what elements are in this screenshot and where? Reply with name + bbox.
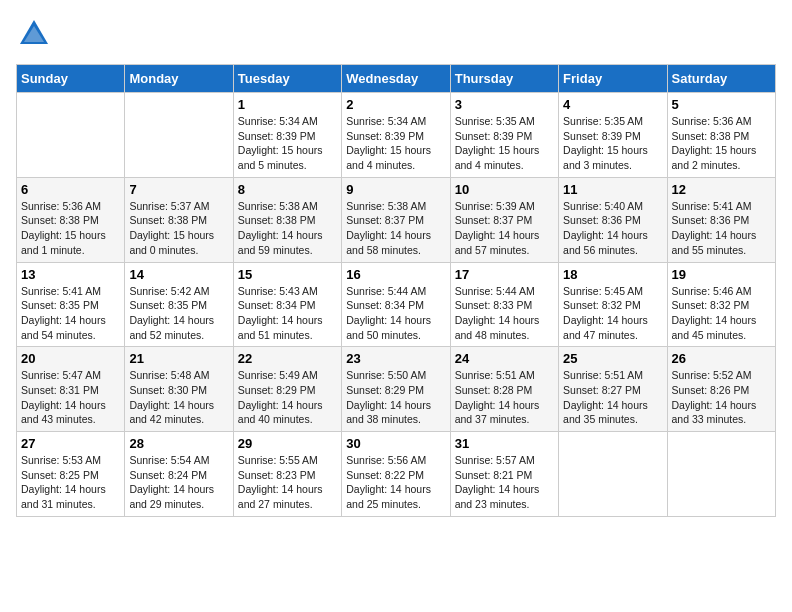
day-number: 14 — [129, 267, 228, 282]
calendar-cell: 27Sunrise: 5:53 AM Sunset: 8:25 PM Dayli… — [17, 432, 125, 517]
calendar-cell: 3Sunrise: 5:35 AM Sunset: 8:39 PM Daylig… — [450, 93, 558, 178]
day-number: 30 — [346, 436, 445, 451]
day-number: 28 — [129, 436, 228, 451]
calendar-header-thursday: Thursday — [450, 65, 558, 93]
day-number: 6 — [21, 182, 120, 197]
calendar-cell: 9Sunrise: 5:38 AM Sunset: 8:37 PM Daylig… — [342, 177, 450, 262]
calendar-cell — [667, 432, 775, 517]
calendar-cell: 15Sunrise: 5:43 AM Sunset: 8:34 PM Dayli… — [233, 262, 341, 347]
day-number: 2 — [346, 97, 445, 112]
day-info: Sunrise: 5:54 AM Sunset: 8:24 PM Dayligh… — [129, 453, 228, 512]
calendar-cell: 7Sunrise: 5:37 AM Sunset: 8:38 PM Daylig… — [125, 177, 233, 262]
calendar-cell: 17Sunrise: 5:44 AM Sunset: 8:33 PM Dayli… — [450, 262, 558, 347]
day-info: Sunrise: 5:41 AM Sunset: 8:35 PM Dayligh… — [21, 284, 120, 343]
day-info: Sunrise: 5:36 AM Sunset: 8:38 PM Dayligh… — [672, 114, 771, 173]
day-number: 20 — [21, 351, 120, 366]
day-info: Sunrise: 5:44 AM Sunset: 8:33 PM Dayligh… — [455, 284, 554, 343]
day-info: Sunrise: 5:40 AM Sunset: 8:36 PM Dayligh… — [563, 199, 662, 258]
day-number: 16 — [346, 267, 445, 282]
calendar-cell: 8Sunrise: 5:38 AM Sunset: 8:38 PM Daylig… — [233, 177, 341, 262]
day-info: Sunrise: 5:48 AM Sunset: 8:30 PM Dayligh… — [129, 368, 228, 427]
day-info: Sunrise: 5:51 AM Sunset: 8:28 PM Dayligh… — [455, 368, 554, 427]
calendar-header-monday: Monday — [125, 65, 233, 93]
day-info: Sunrise: 5:42 AM Sunset: 8:35 PM Dayligh… — [129, 284, 228, 343]
day-info: Sunrise: 5:39 AM Sunset: 8:37 PM Dayligh… — [455, 199, 554, 258]
calendar-table: SundayMondayTuesdayWednesdayThursdayFrid… — [16, 64, 776, 517]
day-info: Sunrise: 5:47 AM Sunset: 8:31 PM Dayligh… — [21, 368, 120, 427]
day-info: Sunrise: 5:49 AM Sunset: 8:29 PM Dayligh… — [238, 368, 337, 427]
day-info: Sunrise: 5:38 AM Sunset: 8:37 PM Dayligh… — [346, 199, 445, 258]
day-number: 19 — [672, 267, 771, 282]
logo-icon — [16, 16, 52, 52]
calendar-header-tuesday: Tuesday — [233, 65, 341, 93]
calendar-cell: 5Sunrise: 5:36 AM Sunset: 8:38 PM Daylig… — [667, 93, 775, 178]
day-number: 8 — [238, 182, 337, 197]
calendar-header-sunday: Sunday — [17, 65, 125, 93]
day-info: Sunrise: 5:53 AM Sunset: 8:25 PM Dayligh… — [21, 453, 120, 512]
calendar-cell: 11Sunrise: 5:40 AM Sunset: 8:36 PM Dayli… — [559, 177, 667, 262]
calendar-cell: 26Sunrise: 5:52 AM Sunset: 8:26 PM Dayli… — [667, 347, 775, 432]
day-info: Sunrise: 5:41 AM Sunset: 8:36 PM Dayligh… — [672, 199, 771, 258]
day-number: 12 — [672, 182, 771, 197]
day-number: 24 — [455, 351, 554, 366]
day-info: Sunrise: 5:50 AM Sunset: 8:29 PM Dayligh… — [346, 368, 445, 427]
day-number: 25 — [563, 351, 662, 366]
day-info: Sunrise: 5:34 AM Sunset: 8:39 PM Dayligh… — [346, 114, 445, 173]
day-number: 11 — [563, 182, 662, 197]
day-number: 31 — [455, 436, 554, 451]
day-info: Sunrise: 5:56 AM Sunset: 8:22 PM Dayligh… — [346, 453, 445, 512]
calendar-cell: 20Sunrise: 5:47 AM Sunset: 8:31 PM Dayli… — [17, 347, 125, 432]
day-info: Sunrise: 5:57 AM Sunset: 8:21 PM Dayligh… — [455, 453, 554, 512]
calendar-week-row: 13Sunrise: 5:41 AM Sunset: 8:35 PM Dayli… — [17, 262, 776, 347]
day-info: Sunrise: 5:34 AM Sunset: 8:39 PM Dayligh… — [238, 114, 337, 173]
day-info: Sunrise: 5:52 AM Sunset: 8:26 PM Dayligh… — [672, 368, 771, 427]
calendar-cell: 13Sunrise: 5:41 AM Sunset: 8:35 PM Dayli… — [17, 262, 125, 347]
day-number: 29 — [238, 436, 337, 451]
calendar-cell: 10Sunrise: 5:39 AM Sunset: 8:37 PM Dayli… — [450, 177, 558, 262]
calendar-header-row: SundayMondayTuesdayWednesdayThursdayFrid… — [17, 65, 776, 93]
calendar-header-saturday: Saturday — [667, 65, 775, 93]
calendar-cell: 14Sunrise: 5:42 AM Sunset: 8:35 PM Dayli… — [125, 262, 233, 347]
day-info: Sunrise: 5:43 AM Sunset: 8:34 PM Dayligh… — [238, 284, 337, 343]
day-number: 15 — [238, 267, 337, 282]
calendar-cell: 1Sunrise: 5:34 AM Sunset: 8:39 PM Daylig… — [233, 93, 341, 178]
calendar-header-wednesday: Wednesday — [342, 65, 450, 93]
calendar-cell: 16Sunrise: 5:44 AM Sunset: 8:34 PM Dayli… — [342, 262, 450, 347]
calendar-cell: 31Sunrise: 5:57 AM Sunset: 8:21 PM Dayli… — [450, 432, 558, 517]
calendar-cell — [17, 93, 125, 178]
day-number: 22 — [238, 351, 337, 366]
day-info: Sunrise: 5:35 AM Sunset: 8:39 PM Dayligh… — [563, 114, 662, 173]
calendar-cell: 18Sunrise: 5:45 AM Sunset: 8:32 PM Dayli… — [559, 262, 667, 347]
day-number: 4 — [563, 97, 662, 112]
page-header — [16, 16, 776, 52]
day-info: Sunrise: 5:36 AM Sunset: 8:38 PM Dayligh… — [21, 199, 120, 258]
calendar-cell: 22Sunrise: 5:49 AM Sunset: 8:29 PM Dayli… — [233, 347, 341, 432]
day-number: 9 — [346, 182, 445, 197]
calendar-cell: 2Sunrise: 5:34 AM Sunset: 8:39 PM Daylig… — [342, 93, 450, 178]
day-info: Sunrise: 5:55 AM Sunset: 8:23 PM Dayligh… — [238, 453, 337, 512]
day-number: 1 — [238, 97, 337, 112]
calendar-cell: 30Sunrise: 5:56 AM Sunset: 8:22 PM Dayli… — [342, 432, 450, 517]
day-info: Sunrise: 5:35 AM Sunset: 8:39 PM Dayligh… — [455, 114, 554, 173]
calendar-cell: 29Sunrise: 5:55 AM Sunset: 8:23 PM Dayli… — [233, 432, 341, 517]
calendar-cell: 12Sunrise: 5:41 AM Sunset: 8:36 PM Dayli… — [667, 177, 775, 262]
day-number: 10 — [455, 182, 554, 197]
day-number: 26 — [672, 351, 771, 366]
day-info: Sunrise: 5:38 AM Sunset: 8:38 PM Dayligh… — [238, 199, 337, 258]
day-number: 23 — [346, 351, 445, 366]
calendar-week-row: 6Sunrise: 5:36 AM Sunset: 8:38 PM Daylig… — [17, 177, 776, 262]
day-info: Sunrise: 5:37 AM Sunset: 8:38 PM Dayligh… — [129, 199, 228, 258]
day-number: 21 — [129, 351, 228, 366]
day-number: 17 — [455, 267, 554, 282]
calendar-cell: 24Sunrise: 5:51 AM Sunset: 8:28 PM Dayli… — [450, 347, 558, 432]
calendar-week-row: 20Sunrise: 5:47 AM Sunset: 8:31 PM Dayli… — [17, 347, 776, 432]
calendar-cell: 25Sunrise: 5:51 AM Sunset: 8:27 PM Dayli… — [559, 347, 667, 432]
calendar-cell: 28Sunrise: 5:54 AM Sunset: 8:24 PM Dayli… — [125, 432, 233, 517]
calendar-cell: 6Sunrise: 5:36 AM Sunset: 8:38 PM Daylig… — [17, 177, 125, 262]
day-number: 27 — [21, 436, 120, 451]
day-number: 18 — [563, 267, 662, 282]
calendar-header-friday: Friday — [559, 65, 667, 93]
day-info: Sunrise: 5:51 AM Sunset: 8:27 PM Dayligh… — [563, 368, 662, 427]
day-info: Sunrise: 5:46 AM Sunset: 8:32 PM Dayligh… — [672, 284, 771, 343]
day-number: 5 — [672, 97, 771, 112]
